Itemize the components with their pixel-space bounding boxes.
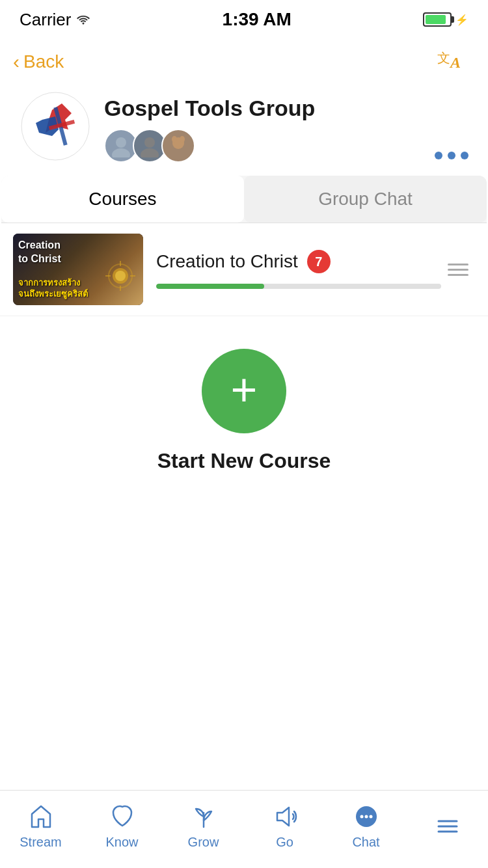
status-bar: Carrier 1:39 AM ⚡ [0,0,488,39]
carrier-label: Carrier [20,10,90,30]
group-logo [20,90,91,162]
battery-indicator: ⚡ [423,12,468,27]
group-members [104,129,190,163]
chat-icon [352,802,381,831]
course-progress-bar [156,284,441,289]
tab-group-chat[interactable]: Group Chat [244,176,487,223]
nav-item-stream[interactable]: Stream [0,802,81,850]
bottom-nav: Stream Know Grow Go [0,790,488,868]
add-course-button[interactable]: + [202,349,286,433]
translate-button[interactable]: 文 A [436,46,468,77]
add-course-label: Start New Course [157,449,331,473]
know-icon [108,802,137,831]
nav-item-chat[interactable]: Chat [325,802,407,850]
svg-point-7 [144,137,155,148]
stream-icon [27,802,55,831]
nav-item-menu[interactable] [407,812,488,841]
wifi-icon [76,14,90,25]
nav-item-go[interactable]: Go [244,802,325,850]
svg-point-5 [116,137,126,148]
tabs-container: Courses Group Chat [1,176,487,223]
member-avatar-3 [161,129,195,163]
nav-item-know[interactable]: Know [81,802,163,850]
group-name: Gospel Tools Group [104,96,468,121]
go-label: Go [276,835,293,850]
course-badge: 7 [307,250,331,273]
status-time: 1:39 AM [223,9,291,30]
svg-text:文: 文 [437,51,450,65]
grow-label: Grow [188,835,219,850]
course-progress-fill [156,284,264,289]
svg-point-10 [172,136,177,142]
course-title: Creation to Christ [156,251,298,272]
svg-point-21 [364,815,368,819]
svg-point-14 [115,271,126,281]
nav-item-grow[interactable]: Grow [163,802,244,850]
dot-2 [448,152,455,159]
course-title-row: Creation to Christ 7 [156,250,441,273]
course-menu-button[interactable] [441,264,475,276]
header: ‹ Back 文 A [0,39,488,84]
menu-icon [433,812,462,841]
back-button[interactable]: ‹ Back [13,51,64,73]
svg-point-20 [360,815,363,819]
go-icon [271,802,299,831]
svg-point-22 [369,815,372,819]
tab-courses[interactable]: Courses [1,176,244,223]
thumb-decoration [104,260,137,292]
course-item[interactable]: Creationto Christ จากการทรงสร้างจนถึงพระ… [0,223,488,316]
svg-text:A: A [449,54,461,71]
svg-point-6 [112,148,130,157]
add-course-section: + Start New Course [0,316,488,493]
more-options-button[interactable] [435,152,468,159]
stream-label: Stream [20,835,61,850]
dot-3 [461,152,468,159]
course-info: Creation to Christ 7 [156,250,441,289]
course-thumbnail: Creationto Christ จากการทรงสร้างจนถึงพระ… [13,234,143,305]
grow-icon [189,802,218,831]
dot-1 [435,152,442,159]
svg-point-8 [141,148,159,157]
svg-point-11 [180,136,185,142]
group-details: Gospel Tools Group [104,90,468,163]
group-info-section: Gospel Tools Group [0,84,488,176]
know-label: Know [105,835,138,850]
chat-label: Chat [352,835,379,850]
